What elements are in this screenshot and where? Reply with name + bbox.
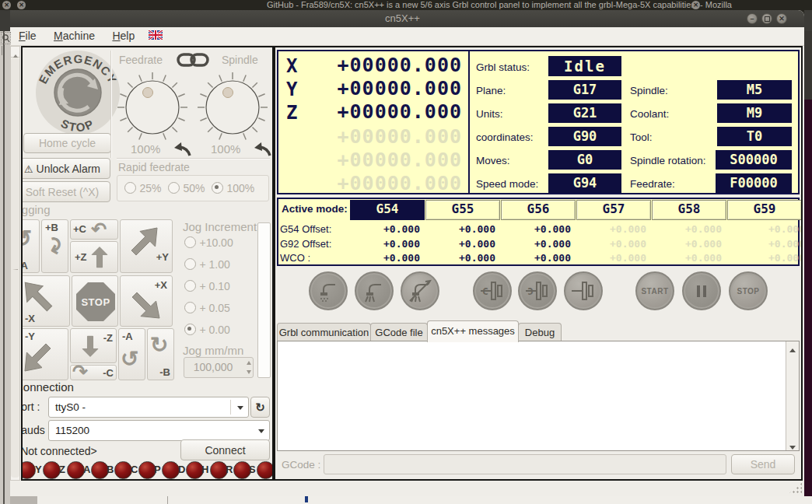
spindle-cw-button[interactable]: C <box>473 271 512 310</box>
jog-inc-005-radio[interactable]: + 0.05 <box>184 301 230 315</box>
pause-icon <box>697 285 706 297</box>
spindle-stop-button[interactable] <box>564 271 603 310</box>
port-label: Port : <box>21 401 40 413</box>
gcode-input[interactable] <box>324 454 726 474</box>
emergency-stop-button[interactable]: EMERGENCY STOP <box>33 47 123 138</box>
tab-cn5x-messages[interactable]: cn5X++ messages <box>427 320 519 342</box>
close-button[interactable]: ✕ <box>776 13 787 24</box>
jog-stop-button[interactable]: STOP <box>72 275 118 327</box>
home-cycle-button[interactable]: Home cycle <box>23 133 111 153</box>
spindle-rotation-value: S00000 <box>716 150 792 170</box>
menu-machine[interactable]: Machine <box>47 27 102 45</box>
jog-minus-z-button[interactable]: -Z <box>70 328 117 363</box>
jog-plus-y-button[interactable]: +Y <box>120 219 173 273</box>
menu-help[interactable]: Help <box>105 27 142 45</box>
jog-plus-c-button[interactable]: +C ↶ <box>70 219 118 240</box>
messages-console[interactable] <box>277 341 800 451</box>
desktop-edge <box>804 31 812 100</box>
scroll-up-icon[interactable] <box>786 341 798 353</box>
refresh-ports-button[interactable]: ↻ <box>250 397 270 418</box>
jog-inc-010-radio[interactable]: + 0.10 <box>184 279 230 293</box>
rapid-25-radio[interactable]: 25% <box>124 181 161 195</box>
background-close-icon[interactable]: ✕ <box>2 1 11 9</box>
rapid-50-radio[interactable]: 50% <box>168 181 205 195</box>
g92-offset-label: G92 Offset: <box>280 238 331 250</box>
led-label-a: A <box>83 461 90 478</box>
radio-icon <box>168 182 180 194</box>
stop-button[interactable]: STOP <box>729 271 768 310</box>
spindle-knob[interactable] <box>195 68 270 143</box>
uk-flag-icon[interactable] <box>149 30 163 40</box>
mode-g54-cell: G54 <box>350 200 425 220</box>
maximize-button[interactable] <box>761 13 772 24</box>
jog-inc-10-radio[interactable]: +10.00 <box>184 236 233 250</box>
spin-up-icon[interactable] <box>247 361 251 365</box>
window-titlebar[interactable]: cn5X++ <box>1 10 804 27</box>
unlock-alarm-button[interactable]: ⚠ Unlock Alarm <box>21 158 110 179</box>
jog-minus-y-button[interactable]: -Y <box>21 328 68 380</box>
coolant-mist-button[interactable] <box>309 271 348 310</box>
offset-value: +0.000 <box>667 223 722 235</box>
jog-minus-x-button[interactable]: -X <box>21 275 70 327</box>
jog-plus-z-button[interactable]: +Z <box>70 241 118 273</box>
spindle-reset-icon[interactable] <box>253 141 273 159</box>
spin-down-icon[interactable] <box>247 370 251 374</box>
tab-gcode-file[interactable]: GCode file <box>370 323 428 341</box>
coolant-flood-button[interactable] <box>355 271 394 310</box>
jog-speed-slider[interactable] <box>257 222 271 378</box>
jog-inc-000-radio[interactable]: + 0.00 <box>184 323 230 337</box>
feedrate-reset-icon[interactable] <box>173 141 193 159</box>
send-button[interactable]: Send <box>731 454 795 474</box>
jog-minus-a-button[interactable]: -A ↺ <box>118 328 145 380</box>
magnifier-icon <box>1 32 11 44</box>
jog-plus-x-button[interactable]: +X <box>120 275 173 327</box>
pause-button[interactable] <box>682 271 721 310</box>
led-label-h: H <box>201 461 208 478</box>
bauds-combo[interactable]: 115200 <box>48 420 270 441</box>
jogging-title: Jogging <box>21 203 51 216</box>
connect-button[interactable]: Connect <box>180 439 270 460</box>
spindle-ccw-icon: C <box>525 278 550 303</box>
offset-value: +0.000 <box>441 223 495 235</box>
scroll-down-icon[interactable] <box>786 439 798 450</box>
axis-x-value: +00000.000 <box>314 54 462 76</box>
jog-minus-b-button[interactable]: ↻ -B <box>147 328 174 380</box>
link-feedrate-spindle-icon[interactable] <box>176 50 210 70</box>
port-combo[interactable]: ttyS0 - <box>48 397 249 418</box>
start-button[interactable]: START <box>635 271 674 310</box>
rapid-100-radio[interactable]: 100% <box>212 181 254 195</box>
coordinates-value: G90 <box>548 127 621 146</box>
left-panel-scrollbar[interactable] <box>10 46 20 481</box>
resize-grip[interactable] <box>788 482 802 495</box>
axis-x-label: X <box>286 55 297 77</box>
coordinates-label: coordinates: <box>476 131 534 143</box>
spindle-label: Spindle <box>222 54 258 66</box>
jog-plus-a-button[interactable]: ↺ +A <box>21 219 40 273</box>
spindle-override-value: 100% <box>211 142 240 156</box>
coolant-off-button[interactable] <box>401 271 439 310</box>
jog-inc-1-radio[interactable]: + 1.00 <box>184 257 230 271</box>
soft-reset-button[interactable]: Soft Reset (^X) <box>21 181 110 202</box>
jog-feed-label: Jog mm/mn <box>183 344 243 357</box>
tab-debug[interactable]: Debug <box>518 323 562 341</box>
jog-plus-b-button[interactable]: +B ↷ <box>41 219 68 273</box>
background-close-icon-2[interactable]: ✕ <box>17 1 26 9</box>
desktop-edge <box>804 10 812 31</box>
jog-feed-spinbox[interactable]: 100,000 <box>184 357 254 378</box>
minimize-button[interactable]: – <box>747 13 758 24</box>
menu-file[interactable]: File <box>12 27 44 45</box>
axis-y-value: +00000.000 <box>314 77 462 100</box>
background-close-icon-3[interactable]: ✕ <box>691 1 700 9</box>
offset-value: +0.000 <box>592 223 646 235</box>
spindle-rotation-label: Spindle rotation: <box>630 155 706 166</box>
scroll-up-icon[interactable] <box>11 47 19 58</box>
scrollbar-handle[interactable] <box>11 58 19 478</box>
moves-value: G0 <box>548 150 621 170</box>
offset-value: +0.000 <box>366 252 420 264</box>
feedrate-knob[interactable] <box>115 68 190 143</box>
jog-minus-c-button[interactable]: ↷ -C <box>70 365 117 380</box>
console-scrollbar[interactable] <box>786 341 799 450</box>
tab-grbl-communication[interactable]: Grbl communication <box>277 323 371 341</box>
spindle-ccw-button[interactable]: C <box>518 271 557 310</box>
chevron-down-icon <box>258 429 264 433</box>
